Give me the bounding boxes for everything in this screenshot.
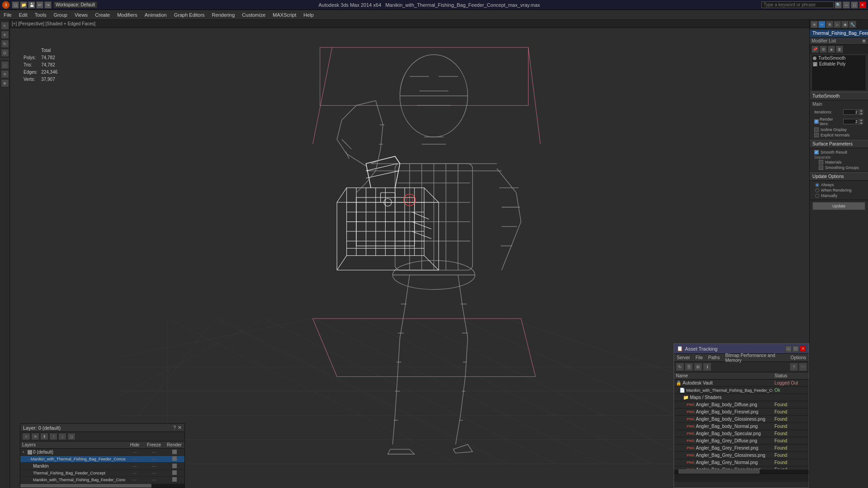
open-btn[interactable]: 📁 xyxy=(20,1,27,9)
at-row-maps[interactable]: 📁 Maps / Shaders xyxy=(674,394,809,401)
at-scrollbar-thumb[interactable] xyxy=(679,469,760,474)
helpers-tool[interactable]: ⊕ xyxy=(1,79,9,87)
select-tool[interactable]: ↖ xyxy=(1,22,9,30)
layer-move-btn[interactable]: ↑ xyxy=(49,433,57,440)
undo-btn[interactable]: ↩ xyxy=(36,1,43,9)
modify-tab[interactable]: ✏ xyxy=(818,21,826,28)
at-view-btn[interactable]: ☰ xyxy=(685,363,693,371)
at-extra-btn[interactable]: ⋯ xyxy=(799,363,807,371)
layer-row-1[interactable]: - Manikin_with_Thermal_Fishing_Bag_Feede… xyxy=(20,456,184,463)
display-tab[interactable]: ◉ xyxy=(841,21,849,28)
layer-new-btn[interactable]: + xyxy=(22,433,30,440)
manually-radio[interactable] xyxy=(815,194,819,198)
menu-maxscript[interactable]: MAXScript xyxy=(269,11,300,19)
at-row-file[interactable]: 📄 Manikin_with_Thermal_Fishing_Bag_Feede… xyxy=(674,387,809,394)
menu-rendering[interactable]: Rendering xyxy=(208,11,239,19)
close-btn[interactable]: ✕ xyxy=(859,1,866,9)
minimize-btn[interactable]: – xyxy=(843,1,850,9)
render-iters-chk[interactable]: ✓ xyxy=(814,119,819,124)
at-row-tex2[interactable]: PNG Angler_Bag_body_Fresnel.png Found xyxy=(674,408,809,416)
modifier-list-dropdown[interactable]: ▾ xyxy=(862,39,866,43)
smoothing-groups-chk[interactable] xyxy=(819,165,823,170)
at-row-tex1[interactable]: PNG Angler_Bag_body_Diffuse.png Found xyxy=(674,401,809,408)
mod-checkbox[interactable]: ✓ xyxy=(813,62,817,66)
menu-modifiers[interactable]: Modifiers xyxy=(113,11,141,19)
layer-row-3[interactable]: Thermal_Fishing_Bag_Feeder_Concept — — xyxy=(20,470,184,477)
at-row-tex7[interactable]: PNG Angler_Bag_Grey_Fresnel.png Found xyxy=(674,445,809,452)
at-row-tex6[interactable]: PNG Angler_Bag_Grey_Diffuse.png Found xyxy=(674,437,809,445)
menu-graph-editors[interactable]: Graph Editors xyxy=(170,11,208,19)
layer-select-btn[interactable]: ◻ xyxy=(67,433,75,440)
render-iters-input[interactable] xyxy=(843,119,859,124)
iterations-input[interactable] xyxy=(843,109,859,115)
save-btn[interactable]: 💾 xyxy=(28,1,35,9)
pin-stack-btn[interactable]: 📌 xyxy=(811,46,819,53)
menu-create[interactable]: Create xyxy=(91,11,113,19)
redo-btn[interactable]: ↪ xyxy=(44,1,52,9)
at-minimize-btn[interactable]: – xyxy=(785,346,792,352)
ri-up[interactable]: ▲ xyxy=(859,118,863,122)
modifier-editable-poly[interactable]: ✓ Editable Poly xyxy=(812,61,866,67)
camera-tool[interactable]: 🎥 xyxy=(1,61,9,69)
layer-row-0[interactable]: + 0 (default) — — xyxy=(20,449,184,456)
isoline-chk[interactable] xyxy=(814,127,819,132)
always-radio[interactable] xyxy=(815,183,819,187)
iterations-spinner[interactable]: ▲ ▼ xyxy=(859,109,863,115)
layer-delete-btn[interactable]: ✕ xyxy=(31,433,39,440)
materials-chk[interactable] xyxy=(819,160,823,164)
light-tool[interactable]: ☀ xyxy=(1,70,9,78)
at-row-vault[interactable]: 🔒 Autodesk Vault Logged Out xyxy=(674,380,809,387)
iter-up[interactable]: ▲ xyxy=(859,109,863,112)
menu-edit[interactable]: Edit xyxy=(15,11,31,19)
at-close-btn[interactable]: ✕ xyxy=(800,346,806,352)
modifier-turbosmooth[interactable]: TurboSmooth xyxy=(812,55,866,61)
layer-close-btn[interactable]: ✕ xyxy=(178,425,182,431)
menu-customize[interactable]: Customize xyxy=(238,11,269,19)
new-btn[interactable]: ◻ xyxy=(12,1,19,9)
at-menu-file[interactable]: File xyxy=(693,355,705,361)
create-tab[interactable]: ⊕ xyxy=(811,21,818,28)
at-row-tex9[interactable]: PNG Angler_Bag_Grey_Normal.png Found xyxy=(674,459,809,466)
menu-group[interactable]: Group xyxy=(50,11,71,19)
layer-add-btn[interactable]: ⬆ xyxy=(40,433,48,440)
when-rendering-radio[interactable] xyxy=(815,188,819,192)
menu-file[interactable]: File xyxy=(0,11,15,19)
layer-row-2[interactable]: Manikin — — xyxy=(20,463,184,470)
at-info-btn[interactable]: ℹ xyxy=(703,363,711,371)
ri-down[interactable]: ▼ xyxy=(859,122,863,125)
hierarchy-tab[interactable]: ⊞ xyxy=(826,21,833,28)
at-row-tex8[interactable]: PNG Angler_Bag_Grey_Glossiness.png Found xyxy=(674,452,809,459)
at-row-tex10[interactable]: PNG Angler_Bag_Grey_Specular.png Found xyxy=(674,466,809,469)
at-row-tex4[interactable]: PNG Angler_Bag_body_Normal.png Found xyxy=(674,423,809,430)
layer-down-btn[interactable]: ↓ xyxy=(58,433,66,440)
menu-views[interactable]: Views xyxy=(71,11,91,19)
update-button[interactable]: Update xyxy=(812,202,865,210)
layer-scrollbar[interactable] xyxy=(20,484,184,488)
at-menu-paths[interactable]: Paths xyxy=(706,355,723,361)
at-menu-server[interactable]: Server xyxy=(674,355,693,361)
rotate-tool[interactable]: ↻ xyxy=(1,40,9,48)
at-row-tex3[interactable]: PNG Angler_Bag_body_Glossiness.png Found xyxy=(674,416,809,423)
iter-down[interactable]: ▼ xyxy=(859,112,863,115)
smooth-result-chk[interactable]: ✓ xyxy=(814,150,819,155)
at-refresh-btn[interactable]: ↻ xyxy=(676,363,684,371)
at-help-btn[interactable]: ? xyxy=(790,363,798,371)
render-iters-spinner[interactable]: ▲ ▼ xyxy=(859,118,863,125)
menu-help[interactable]: Help xyxy=(300,11,317,19)
workspace-label[interactable]: Workspace: Default xyxy=(53,1,97,8)
explicit-normals-chk[interactable] xyxy=(814,133,819,137)
make-unique-btn[interactable]: ◈ xyxy=(828,46,835,53)
search-icon[interactable]: 🔍 xyxy=(835,1,842,9)
utilities-tab[interactable]: 🔧 xyxy=(849,21,856,28)
configure-btn[interactable]: ⚙ xyxy=(820,46,827,53)
viewport-canvas[interactable]: Layer: 0 (default) ? ✕ + ✕ ⬆ ↑ ↓ ◻ Layer… xyxy=(10,28,809,488)
remove-mod-btn[interactable]: 🗑 xyxy=(836,46,843,53)
at-horizontal-scrollbar[interactable] xyxy=(674,469,809,474)
menu-animation[interactable]: Animation xyxy=(141,11,170,19)
at-menu-bitmap[interactable]: Bitmap Performance and Memory xyxy=(722,352,788,363)
layer-row-4[interactable]: Manikin_with_Thermal_Fishing_Bag_Feeder_… xyxy=(20,477,184,483)
layer-help-btn[interactable]: ? xyxy=(173,425,176,431)
maximize-btn[interactable]: □ xyxy=(851,1,858,9)
scale-tool[interactable]: ⊡ xyxy=(1,49,9,57)
menu-tools[interactable]: Tools xyxy=(31,11,50,19)
